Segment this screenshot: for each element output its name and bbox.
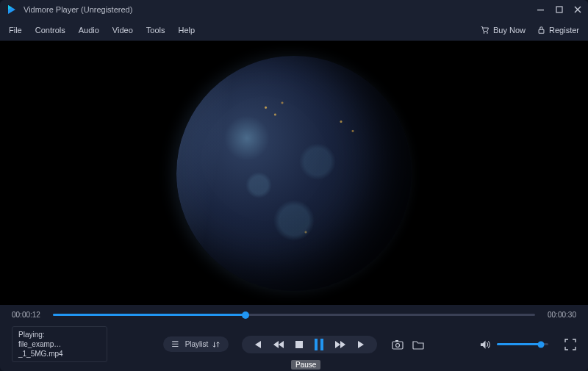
- volume-fill: [497, 343, 541, 345]
- menu-right: Buy Now Register: [481, 26, 579, 35]
- controls-row: Playing: file_examp…_1_5MG.mp4 Playlist: [0, 322, 588, 371]
- volume-icon[interactable]: [480, 339, 491, 350]
- volume-group: [480, 339, 576, 350]
- close-button[interactable]: [574, 6, 582, 14]
- menu-controls[interactable]: Controls: [35, 26, 65, 35]
- seek-thumb[interactable]: [242, 311, 249, 319]
- register-label: Register: [549, 26, 579, 35]
- fullscreen-button[interactable]: [564, 339, 576, 350]
- seek-fill: [53, 314, 245, 316]
- current-time: 00:00:12: [12, 311, 46, 319]
- video-frame-earth: [176, 56, 412, 291]
- volume-slider[interactable]: [497, 343, 548, 345]
- video-viewport[interactable]: [0, 41, 588, 305]
- buy-now-label: Buy Now: [493, 26, 526, 35]
- svg-point-2: [484, 32, 485, 33]
- prev-track-button[interactable]: [252, 339, 262, 350]
- now-playing-box: Playing: file_examp…_1_5MG.mp4: [12, 326, 107, 362]
- menu-video[interactable]: Video: [112, 26, 133, 35]
- menu-left: File Controls Audio Video Tools Help: [9, 26, 195, 35]
- svg-rect-1: [556, 7, 562, 12]
- playlist-button[interactable]: Playlist: [163, 336, 229, 352]
- svg-rect-10: [395, 340, 398, 342]
- buy-now-button[interactable]: Buy Now: [481, 26, 526, 35]
- now-playing-filename: file_examp…_1_5MG.mp4: [18, 339, 101, 359]
- app-window: Vidmore Player (Unregistered) File Contr…: [0, 0, 588, 371]
- fast-forward-button[interactable]: [334, 339, 346, 350]
- register-button[interactable]: Register: [537, 26, 579, 35]
- menu-tools[interactable]: Tools: [146, 26, 165, 35]
- open-folder-button[interactable]: [412, 339, 424, 350]
- transport-controls: [242, 336, 377, 353]
- snapshot-button[interactable]: [392, 339, 404, 350]
- now-playing-label: Playing:: [18, 330, 101, 339]
- svg-rect-5: [295, 341, 303, 348]
- progress-row: 00:00:12 00:00:30: [0, 305, 588, 322]
- svg-point-9: [396, 343, 400, 347]
- extra-buttons: [392, 339, 424, 350]
- pause-button[interactable]: [314, 339, 324, 350]
- window-controls: [537, 6, 582, 14]
- rewind-button[interactable]: [273, 339, 284, 350]
- maximize-button[interactable]: [556, 6, 564, 14]
- sort-icon: [212, 341, 220, 348]
- menu-help[interactable]: Help: [178, 26, 195, 35]
- window-title: Vidmore Player (Unregistered): [24, 5, 537, 14]
- stop-button[interactable]: [295, 340, 304, 349]
- menu-audio[interactable]: Audio: [79, 26, 99, 35]
- svg-point-3: [487, 32, 488, 33]
- menu-file[interactable]: File: [9, 26, 22, 35]
- svg-rect-8: [392, 342, 403, 349]
- seek-slider[interactable]: [53, 314, 535, 316]
- cart-icon: [481, 26, 490, 35]
- total-time: 00:00:30: [542, 311, 576, 319]
- app-logo-icon: [6, 4, 18, 15]
- lock-icon: [537, 26, 545, 35]
- next-track-button[interactable]: [356, 339, 367, 350]
- volume-thumb[interactable]: [537, 341, 544, 347]
- pause-tooltip: Pause: [291, 360, 320, 370]
- svg-rect-6: [315, 339, 318, 350]
- playlist-icon: [172, 341, 181, 348]
- playlist-label: Playlist: [185, 340, 209, 348]
- menubar: File Controls Audio Video Tools Help Buy…: [0, 19, 588, 41]
- svg-rect-7: [320, 339, 323, 350]
- titlebar[interactable]: Vidmore Player (Unregistered): [0, 0, 588, 19]
- svg-rect-0: [537, 10, 544, 10]
- svg-rect-4: [539, 29, 544, 33]
- minimize-button[interactable]: [537, 6, 545, 14]
